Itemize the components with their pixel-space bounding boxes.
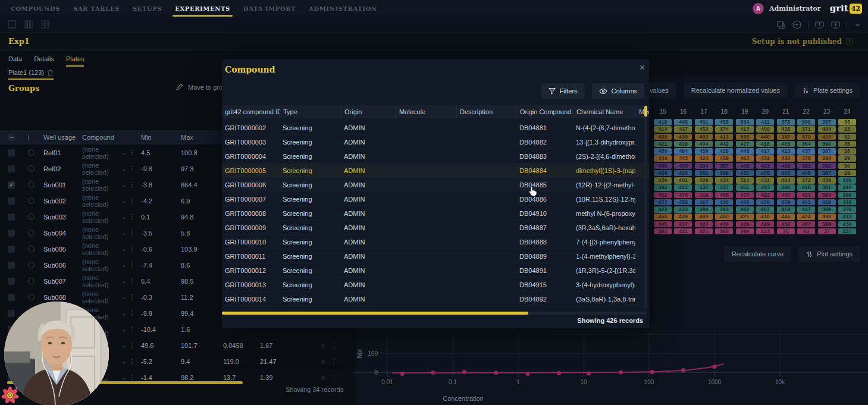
nav-item-experiments[interactable]: EXPERIMENTS [175, 1, 230, 15]
modal-vscrollbar-track[interactable] [644, 105, 647, 309]
chevron-down-icon[interactable]: ⌄ [121, 278, 126, 284]
trash-icon[interactable] [47, 69, 54, 76]
tab-data[interactable]: Data [8, 55, 22, 67]
plate-cell[interactable]: 266 [736, 228, 754, 235]
row-checkbox[interactable] [8, 165, 15, 172]
plate-cell[interactable]: 425 [695, 228, 713, 235]
plate-cell[interactable]: 427 [674, 126, 692, 133]
plate-cell[interactable]: 368 [715, 228, 733, 235]
compound-row[interactable]: GRIT0000005ScreeningADMINDB04884dimethyl… [222, 164, 649, 178]
plate-cell[interactable]: 411 [756, 119, 774, 125]
kebab-menu-icon[interactable]: ⋮ [129, 213, 135, 221]
chevron-down-icon[interactable]: ⌄ [121, 310, 126, 316]
plate-cell[interactable]: 451 [736, 184, 754, 191]
kebab-menu-icon[interactable]: ⋮ [129, 165, 135, 172]
plate-cell[interactable]: 370 [797, 134, 815, 140]
plate-cell[interactable]: 495 [654, 228, 672, 235]
plot-settings-button[interactable]: Plot settings [798, 246, 860, 262]
plate-tab[interactable]: Plate1 (123) [8, 69, 54, 80]
plate-cell[interactable]: 393 [715, 206, 733, 213]
plate-cell[interactable]: 357 [777, 134, 795, 140]
plate-cell[interactable]: 423 [777, 141, 795, 147]
plate-cell[interactable]: 384 [818, 192, 836, 199]
plate-cell[interactable]: 29 [838, 170, 856, 177]
plate-cell[interactable]: 427 [695, 221, 713, 228]
plate-cell[interactable]: 414 [654, 126, 672, 133]
plate-cell[interactable]: 405 [715, 192, 733, 199]
plate-cell[interactable]: 427 [695, 199, 713, 206]
plate-cell[interactable]: 456 [674, 199, 692, 206]
plate-cell[interactable]: 442 [715, 141, 733, 147]
plate-cell[interactable]: 419 [654, 119, 672, 125]
plate-cell[interactable]: 403 [756, 184, 774, 191]
plate-cell[interactable]: 382 [797, 163, 815, 169]
recalculate-curve-button[interactable]: Recalculate curve [724, 246, 791, 262]
compound-select[interactable]: (none selected)⌄⋮ [82, 178, 141, 192]
plate-cell[interactable]: 447 [797, 206, 815, 213]
kebab-menu-icon[interactable]: ⋮ [129, 373, 135, 381]
plate-cell[interactable]: 459 [715, 155, 733, 162]
plate-cell[interactable]: 482 [736, 206, 754, 213]
plate-cell[interactable]: 413 [736, 126, 754, 133]
plate-cell[interactable]: 446 [838, 177, 856, 184]
plate-cell[interactable]: 430 [715, 199, 733, 206]
compound-select[interactable]: (none selected)⌄⋮ [82, 242, 141, 256]
row-checkbox[interactable] [8, 262, 15, 269]
plate-cell[interactable]: 446 [777, 214, 795, 220]
compound-row[interactable]: GRIT0000014ScreeningADMINDB04892(3aS,8aR… [222, 292, 649, 306]
data-point[interactable] [431, 371, 435, 375]
plate-cell[interactable]: 357 [715, 163, 733, 169]
kebab-menu-icon[interactable]: ⋮ [129, 293, 135, 301]
compound-row[interactable]: GRIT0000013ScreeningADMINDB049153-(4-hyd… [222, 278, 649, 292]
plate-cell[interactable]: 397 [818, 148, 836, 155]
nav-item-compounds[interactable]: COMPOUNDS [11, 1, 60, 15]
publish-icon[interactable] [845, 37, 854, 46]
plate-cell[interactable]: 413 [777, 148, 795, 155]
data-point[interactable] [713, 365, 717, 369]
row-checkbox[interactable] [8, 149, 15, 156]
plate-cell[interactable]: 398 [715, 170, 733, 177]
plate-cell[interactable]: 384 [736, 119, 754, 125]
compound-select[interactable]: (none selected)⌄⋮ [82, 146, 141, 160]
data-point[interactable] [400, 372, 405, 376]
plate-cell[interactable]: 434 [838, 221, 856, 228]
plate-cell[interactable]: 434 [654, 155, 672, 162]
plate-cell[interactable]: 75 [777, 228, 795, 235]
plate-cell[interactable]: 410 [756, 214, 774, 220]
modal-vscrollbar-thumb[interactable] [644, 106, 647, 117]
compound-row[interactable]: GRIT0000007ScreeningADMINDB04886(10R,11S… [222, 192, 649, 206]
plate-cell[interactable]: 419 [674, 141, 692, 147]
columns-button[interactable]: Columns [592, 83, 644, 99]
data-point[interactable] [681, 368, 685, 372]
plate-cell[interactable]: 390 [818, 141, 836, 147]
plate-cell[interactable]: 397 [818, 170, 836, 177]
plate-cell[interactable]: 440 [756, 134, 774, 140]
plate-cell[interactable]: 421 [736, 214, 754, 220]
chevron-down-icon[interactable]: ⌄ [121, 166, 126, 172]
plate-cell[interactable]: 410 [818, 134, 836, 140]
plate-cell[interactable]: 29 [838, 155, 856, 162]
plate-cell[interactable]: 413 [674, 184, 692, 191]
plate-cell[interactable]: 401 [674, 177, 692, 184]
plate-cell[interactable]: 418 [756, 141, 774, 147]
plate-cell[interactable]: 446 [777, 184, 795, 191]
plate-cell[interactable]: 413 [838, 214, 856, 220]
plate-cell[interactable]: 484 [674, 148, 692, 155]
plate-cell[interactable]: 403 [674, 163, 692, 169]
plate-cell[interactable]: 372 [797, 177, 815, 184]
kebab-menu-icon[interactable]: ⋮ [129, 149, 135, 156]
plate-cell[interactable]: 390 [818, 155, 836, 162]
data-point[interactable] [462, 370, 466, 374]
data-point[interactable] [526, 372, 530, 376]
data-point[interactable] [650, 370, 654, 374]
data-point[interactable] [619, 371, 623, 375]
compound-row[interactable]: GRIT0000003ScreeningADMINDB0488213-[(1,3… [222, 135, 649, 149]
compound-row[interactable]: GRIT0000006ScreeningADMINDB04885(12R)-12… [222, 178, 649, 192]
plate-cell[interactable]: 401 [797, 199, 815, 206]
plate-cell[interactable]: 429 [674, 214, 692, 220]
plate-cell[interactable]: 429 [736, 221, 754, 228]
plate-cell[interactable]: 388 [818, 221, 836, 228]
plate-cell[interactable]: 364 [797, 141, 815, 147]
plate-cell[interactable]: 421 [654, 141, 672, 147]
kebab-menu-icon[interactable]: ⋮ [129, 357, 135, 365]
